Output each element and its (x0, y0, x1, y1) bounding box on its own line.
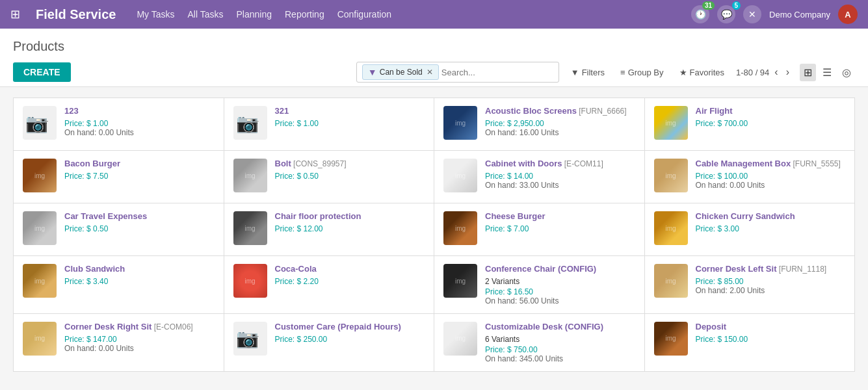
product-name: Club Sandwich (64, 264, 215, 275)
product-thumbnail: img (443, 322, 477, 356)
product-code: [FURN_6666] (577, 107, 627, 116)
notifications-btn[interactable]: 🕐 31 (691, 5, 709, 23)
next-page-btn[interactable]: › (783, 65, 792, 79)
product-card[interactable]: imgAir FlightPrice: $ 700.00 (645, 98, 855, 150)
company-name[interactable]: Demo Company (769, 10, 830, 20)
page-header: Products CREATE ▼ Can be Sold ✕ ▼ Filter… (0, 29, 868, 87)
product-card[interactable]: imgCheese BurgerPrice: $ 7.00 (434, 203, 644, 255)
products-container: 📷+123Price: $ 1.00On hand: 0.00 Units📷+3… (0, 87, 868, 382)
pagination: 1-80 / 94 ‹ › (736, 65, 792, 79)
filter-tag-label: Can be Sold (380, 68, 423, 77)
view-icons: ⊞ ☰ ◎ (800, 64, 855, 81)
product-stock: On hand: 2.00 Units (696, 286, 846, 295)
prev-page-btn[interactable]: ‹ (772, 65, 780, 79)
product-card[interactable]: imgBolt [CONS_89957]Price: $ 0.50 (224, 151, 434, 203)
messages-btn[interactable]: 💬 5 (717, 5, 735, 23)
product-card[interactable]: 📷+Customer Care (Prepaid Hours)Price: $ … (224, 314, 434, 371)
remove-filter-btn[interactable]: ✕ (427, 68, 433, 77)
pivot-view-btn[interactable]: ◎ (838, 64, 855, 81)
star-icon: ★ (679, 68, 687, 77)
search-input[interactable] (439, 66, 553, 79)
app-title: Field Service (36, 7, 116, 22)
product-thumbnail: img (233, 264, 267, 298)
product-price: Price: $ 3.00 (696, 224, 846, 233)
topbar: ⊞ Field Service My Tasks All Tasks Plann… (0, 0, 868, 29)
product-info: Cable Management Box [FURN_5555]Price: $… (696, 159, 846, 190)
grid-view-btn[interactable]: ⊞ (800, 64, 816, 81)
product-variants: 6 Variants (485, 335, 635, 344)
filters-button[interactable]: ▼ Filters (567, 65, 609, 80)
product-name: Cable Management Box [FURN_5555] (696, 159, 846, 170)
product-thumbnail: img (233, 211, 267, 245)
product-stock: On hand: 0.00 Units (64, 128, 215, 137)
product-price: Price: $ 0.50 (64, 224, 215, 233)
product-info: Bolt [CONS_89957]Price: $ 0.50 (275, 159, 425, 181)
filters-label: Filters (582, 68, 605, 77)
product-name: 123 (64, 106, 215, 117)
product-info: Air FlightPrice: $ 700.00 (696, 106, 846, 128)
toolbar: CREATE ▼ Can be Sold ✕ ▼ Filters ≡ Group… (13, 58, 855, 86)
product-card[interactable]: imgAcoustic Bloc Screens [FURN_6666]Pric… (434, 98, 644, 150)
product-name: Corner Desk Left Sit [FURN_1118] (696, 264, 846, 275)
grid-icon[interactable]: ⊞ (10, 7, 20, 21)
nav-planning[interactable]: Planning (236, 9, 272, 20)
page-title: Products (13, 34, 855, 58)
filter-funnel-icon: ▼ (571, 68, 579, 77)
product-card[interactable]: imgCorner Desk Left Sit [FURN_1118]Price… (645, 256, 855, 313)
nav-all-tasks[interactable]: All Tasks (188, 9, 224, 20)
create-button[interactable]: CREATE (13, 62, 71, 82)
close-icon[interactable]: ✕ (743, 5, 761, 23)
notifications-badge: 31 (702, 1, 715, 10)
product-card[interactable]: imgChicken Curry SandwichPrice: $ 3.00 (645, 203, 855, 255)
product-name: Conference Chair (CONFIG) (485, 264, 635, 275)
product-info: 321Price: $ 1.00 (275, 106, 425, 128)
product-card[interactable]: 📷+321Price: $ 1.00 (224, 98, 434, 150)
product-thumbnail: img (443, 264, 477, 298)
product-card[interactable]: imgConference Chair (CONFIG)2 VariantsPr… (434, 256, 644, 313)
groupby-icon: ≡ (620, 68, 625, 77)
product-card[interactable]: imgCoca-ColaPrice: $ 2.20 (224, 256, 434, 313)
product-name: 321 (275, 106, 425, 117)
product-info: Customer Care (Prepaid Hours)Price: $ 25… (275, 322, 425, 344)
active-filter-tag[interactable]: ▼ Can be Sold ✕ (362, 64, 439, 80)
nav-my-tasks[interactable]: My Tasks (137, 9, 174, 20)
groupby-label: Group By (628, 68, 664, 77)
placeholder-icon: 📷+ (236, 112, 264, 134)
product-price: Price: $ 700.00 (696, 119, 846, 128)
favorites-button[interactable]: ★ Favorites (676, 65, 728, 80)
product-card[interactable]: 📷+123Price: $ 1.00On hand: 0.00 Units (14, 98, 224, 150)
product-thumbnail: img (654, 322, 688, 356)
product-card[interactable]: imgCabinet with Doors [E-COM11]Price: $ … (434, 151, 644, 203)
product-name: Corner Desk Right Sit [E-COM06] (64, 322, 215, 333)
product-card[interactable]: imgCable Management Box [FURN_5555]Price… (645, 151, 855, 203)
list-view-btn[interactable]: ☰ (819, 64, 835, 81)
product-name: Bacon Burger (64, 159, 215, 170)
product-info: Cabinet with Doors [E-COM11]Price: $ 14.… (485, 159, 635, 190)
product-price: Price: $ 250.00 (275, 335, 425, 344)
product-card[interactable]: imgCustomizable Desk (CONFIG)6 VariantsP… (434, 314, 644, 371)
product-card[interactable]: imgChair floor protectionPrice: $ 12.00 (224, 203, 434, 255)
toolbar-left: CREATE (13, 62, 71, 82)
product-card[interactable]: imgDepositPrice: $ 150.00 (645, 314, 855, 371)
product-card[interactable]: imgClub SandwichPrice: $ 3.40 (14, 256, 224, 313)
product-code: [E-COM11] (562, 159, 603, 168)
product-info: Club SandwichPrice: $ 3.40 (64, 264, 215, 286)
product-thumbnail: img (654, 211, 688, 245)
product-info: Bacon BurgerPrice: $ 7.50 (64, 159, 215, 181)
product-name: Bolt [CONS_89957] (275, 159, 425, 170)
topbar-right: 🕐 31 💬 5 ✕ Demo Company A (691, 5, 858, 24)
avatar[interactable]: A (838, 5, 858, 24)
product-price: Price: $ 147.00 (64, 335, 215, 344)
nav-configuration[interactable]: Configuration (337, 9, 391, 20)
product-info: Coca-ColaPrice: $ 2.20 (275, 264, 425, 286)
product-card[interactable]: imgCorner Desk Right Sit [E-COM06]Price:… (14, 314, 224, 371)
product-info: Chair floor protectionPrice: $ 12.00 (275, 211, 425, 233)
groupby-button[interactable]: ≡ Group By (616, 65, 668, 80)
messages-badge: 5 (732, 1, 741, 10)
product-thumbnail: 📷+ (233, 106, 267, 140)
nav-reporting[interactable]: Reporting (285, 9, 324, 20)
product-card[interactable]: imgBacon BurgerPrice: $ 7.50 (14, 151, 224, 203)
product-price: Price: $ 100.00 (696, 172, 846, 181)
product-price: Price: $ 14.00 (485, 172, 635, 181)
product-card[interactable]: imgCar Travel ExpensesPrice: $ 0.50 (14, 203, 224, 255)
